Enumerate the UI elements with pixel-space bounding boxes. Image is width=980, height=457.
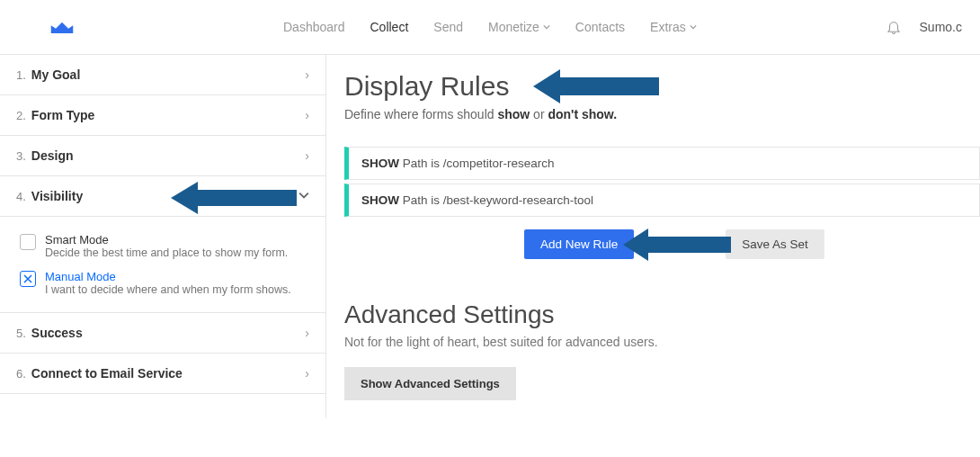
chevron-right-icon: › <box>305 326 309 340</box>
chevron-down-icon <box>298 189 309 203</box>
step-form-type[interactable]: 2. Form Type › <box>0 95 325 136</box>
step-label: Success <box>31 326 83 340</box>
step-label: Connect to Email Service <box>31 366 183 381</box>
bell-icon[interactable] <box>886 19 902 35</box>
checkbox-selected-icon[interactable] <box>20 271 36 287</box>
step-num: 4. <box>16 190 26 203</box>
chevron-right-icon: › <box>305 148 309 163</box>
mode-desc: Decide the best time and place to show m… <box>45 246 288 259</box>
step-label: Visibility <box>31 189 83 203</box>
step-design[interactable]: 3. Design › <box>0 136 325 176</box>
page-title: Display Rules <box>344 71 980 102</box>
step-visibility[interactable]: 4. Visibility <box>0 176 325 217</box>
show-advanced-button[interactable]: Show Advanced Settings <box>344 367 516 400</box>
nav-extras-label: Extras <box>650 20 686 34</box>
step-label: Form Type <box>31 108 95 122</box>
mode-title: Smart Mode <box>45 233 288 246</box>
chevron-right-icon: › <box>305 366 309 381</box>
rule-condition: Path is /best-keyword-research-tool <box>399 193 593 207</box>
mode-title: Manual Mode <box>45 270 291 283</box>
annotation-arrow-icon <box>171 178 297 218</box>
nav-send[interactable]: Send <box>433 20 463 34</box>
step-num: 2. <box>16 109 26 122</box>
rule-item[interactable]: SHOW Path is /best-keyword-research-tool <box>344 184 980 217</box>
rule-action: SHOW <box>361 157 399 170</box>
subtitle-dont: don't show. <box>548 107 617 121</box>
step-connect-email[interactable]: 6. Connect to Email Service › <box>0 354 325 394</box>
mode-smart[interactable]: Smart Mode Decide the best time and plac… <box>20 228 309 264</box>
step-success[interactable]: 5. Success › <box>0 313 325 354</box>
advanced-title: Advanced Settings <box>344 300 980 329</box>
step-label: Design <box>31 148 74 163</box>
subtitle-text: Define where forms should <box>344 107 497 121</box>
page-subtitle: Define where forms should show or don't … <box>344 107 980 121</box>
subtitle-show: show <box>497 107 530 121</box>
step-num: 5. <box>16 327 26 340</box>
subtitle-text: or <box>530 107 548 121</box>
nav-monetize[interactable]: Monetize <box>488 20 550 34</box>
main-panel: Display Rules Define where forms should … <box>325 54 980 418</box>
step-num: 1. <box>16 68 26 82</box>
step-num: 6. <box>16 367 26 381</box>
checkbox-icon[interactable] <box>20 234 36 250</box>
nav-contacts[interactable]: Contacts <box>575 20 625 34</box>
step-label: My Goal <box>31 67 80 82</box>
chevron-right-icon: › <box>305 67 309 82</box>
chevron-down-icon <box>690 23 697 31</box>
account-name[interactable]: Sumo.c <box>920 20 962 34</box>
nav-collect[interactable]: Collect <box>370 20 409 34</box>
mode-desc: I want to decide where and when my form … <box>45 283 291 296</box>
rule-item[interactable]: SHOW Path is /competitor-research <box>344 147 980 180</box>
mode-manual[interactable]: Manual Mode I want to decide where and w… <box>20 264 309 301</box>
top-nav: Dashboard Collect Send Monetize Contacts… <box>0 0 980 54</box>
chevron-down-icon <box>543 23 550 31</box>
chevron-right-icon: › <box>305 108 309 122</box>
visibility-modes: Smart Mode Decide the best time and plac… <box>0 217 325 313</box>
annotation-arrow-icon <box>623 226 731 264</box>
sidebar: 1. My Goal › 2. Form Type › 3. Design › … <box>0 54 325 418</box>
nav-dashboard[interactable]: Dashboard <box>283 20 345 34</box>
logo-icon[interactable] <box>49 19 85 35</box>
save-as-set-button[interactable]: Save As Set <box>726 229 824 259</box>
rule-action: SHOW <box>361 193 399 207</box>
nav-extras[interactable]: Extras <box>650 20 697 34</box>
add-new-rule-button[interactable]: Add New Rule <box>524 229 634 259</box>
step-my-goal[interactable]: 1. My Goal › <box>0 55 325 95</box>
advanced-subtitle: Not for the light of heart, best suited … <box>344 335 980 349</box>
step-num: 3. <box>16 149 26 163</box>
rule-condition: Path is /competitor-research <box>399 157 555 170</box>
nav-monetize-label: Monetize <box>488 20 539 34</box>
